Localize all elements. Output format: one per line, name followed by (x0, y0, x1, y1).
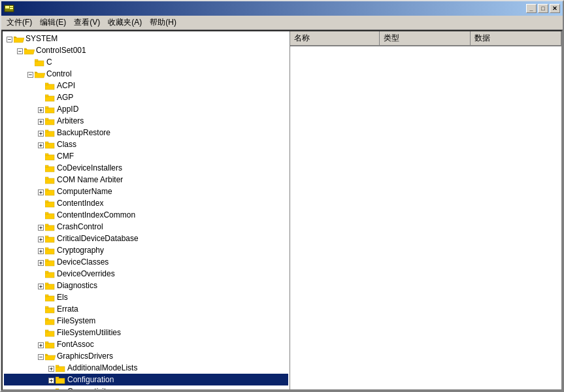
tree-label-els: Els (57, 293, 68, 302)
expander-arbiters[interactable]: + (38, 116, 44, 125)
tree-item-codeviceinstallers[interactable]: CoDeviceInstallers (4, 162, 288, 174)
expand-box-cryptography[interactable]: + (38, 248, 44, 254)
tree-item-arbiters[interactable]: + Arbiters (4, 115, 288, 127)
folder-icon-additionalmodelists (56, 364, 66, 372)
registry-values-table: 名称 类型 数据 (290, 31, 561, 46)
tree-label-filesystemutilities: FileSystemUtilities (57, 328, 121, 337)
expander-cryptography[interactable]: + (38, 246, 44, 255)
expand-box-control[interactable]: − (27, 72, 33, 78)
tree-label-class: Class (57, 140, 76, 149)
folder-icon-deviceoverrides (45, 270, 56, 278)
main-content: − SYSTEM− ControlSet001 C− Control ACPI … (1, 30, 563, 391)
tree-item-crashcontrol[interactable]: + CrashControl (4, 221, 288, 233)
svg-rect-53 (45, 318, 48, 320)
expander-backuprestore[interactable]: + (38, 128, 44, 137)
expand-box-appid[interactable]: + (38, 107, 44, 113)
tree-item-contentindex[interactable]: ContentIndex (4, 197, 288, 209)
expander-configuration[interactable]: + (48, 375, 54, 384)
tree-label-control: Control (46, 69, 72, 78)
expander-criticaldevicedatabase[interactable]: + (38, 234, 44, 243)
expand-box-crashcontrol[interactable]: + (38, 225, 44, 231)
tree-item-control[interactable]: − Control (4, 68, 288, 80)
tree-item-filesystemutilities[interactable]: FileSystemUtilities (4, 327, 288, 338)
tree-item-configuration[interactable]: + Configuration (4, 374, 288, 385)
menu-item-favorites[interactable]: 收藏夹(A) (104, 16, 146, 29)
tree-item-system[interactable]: − SYSTEM (4, 33, 288, 44)
registry-tree-pane[interactable]: − SYSTEM− ControlSet001 C− Control ACPI … (3, 31, 290, 389)
tree-item-appid[interactable]: + AppID (4, 103, 288, 115)
tree-item-criticaldevicedatabase[interactable]: + CriticalDeviceDatabase (4, 233, 288, 244)
menu-item-file[interactable]: 文件(F) (3, 16, 36, 29)
expander-crashcontrol[interactable]: + (38, 222, 44, 231)
expander-controlset001[interactable]: − (17, 46, 23, 55)
folder-icon-system (14, 35, 24, 43)
tree-item-additionalmodelists[interactable]: + AdditionalModeLists (4, 362, 288, 374)
menu-item-help[interactable]: 帮助(H) (146, 16, 180, 29)
expander-fontassoc[interactable]: + (38, 340, 44, 349)
tree-item-c[interactable]: C (4, 56, 288, 68)
expand-box-deviceclasses[interactable]: + (38, 260, 44, 266)
tree-label-cryptography: Cryptography (57, 246, 104, 255)
tree-item-computername[interactable]: + ComputerName (4, 186, 288, 197)
tree-item-backuprestore[interactable]: + BackupRestore (4, 127, 288, 139)
minimize-button[interactable]: _ (526, 4, 537, 13)
tree-label-graphicsdrivers: GraphicsDrivers (57, 351, 113, 361)
tree-item-filesystem[interactable]: FileSystem (4, 315, 288, 327)
close-button[interactable]: ✕ (550, 4, 560, 13)
expand-box-class[interactable]: + (38, 142, 44, 148)
svg-rect-59 (45, 355, 48, 355)
tree-item-comnamearbiter[interactable]: COM Name Arbiter (4, 174, 288, 186)
svg-rect-29 (45, 177, 48, 179)
tree-item-els[interactable]: Els (4, 291, 288, 303)
expand-box-arbiters[interactable]: + (38, 119, 44, 125)
folder-icon-criticaldevicedatabase (45, 235, 56, 243)
tree-item-controlset001[interactable]: − ControlSet001 (4, 44, 288, 56)
expand-box-configuration[interactable]: + (48, 378, 54, 384)
expand-box-criticaldevicedatabase[interactable]: + (38, 237, 44, 242)
expand-box-additionalmodelists[interactable]: + (48, 366, 54, 372)
svg-rect-2 (10, 6, 13, 7)
svg-rect-25 (45, 154, 48, 155)
tree-item-connectivity[interactable]: + Connectivity (4, 385, 288, 389)
tree-item-deviceoverrides[interactable]: DeviceOverrides (4, 268, 288, 280)
expander-system[interactable]: − (7, 34, 12, 43)
expander-connectivity[interactable]: + (48, 387, 54, 389)
expander-class[interactable]: + (38, 140, 44, 149)
expander-appid[interactable]: + (38, 105, 44, 114)
maximize-button[interactable]: □ (538, 4, 548, 13)
tree-item-class[interactable]: + Class (4, 139, 288, 150)
expander-computername[interactable]: + (38, 187, 44, 196)
svg-rect-35 (45, 212, 48, 214)
tree-item-contentindexcommon[interactable]: ContentIndexCommon (4, 209, 288, 221)
tree-item-agp[interactable]: AGP (4, 91, 288, 103)
tree-item-fontassoc[interactable]: + FontAssoc (4, 338, 288, 350)
tree-label-contentindex: ContentIndex (57, 199, 103, 208)
tree-item-cryptography[interactable]: + Cryptography (4, 244, 288, 256)
expander-additionalmodelists[interactable]: + (48, 363, 54, 372)
expand-box-graphicsdrivers[interactable]: − (38, 354, 44, 360)
expand-box-fontassoc[interactable]: + (38, 342, 44, 348)
menu-item-edit[interactable]: 编辑(E) (36, 16, 70, 29)
svg-rect-61 (56, 365, 59, 367)
expand-box-computername[interactable]: + (38, 189, 44, 195)
tree-item-diagnostics[interactable]: + Diagnostics (4, 280, 288, 291)
svg-rect-41 (45, 248, 48, 250)
tree-label-codeviceinstallers: CoDeviceInstallers (57, 163, 122, 172)
expand-box-diagnostics[interactable]: + (38, 284, 44, 289)
tree-item-cmf[interactable]: CMF (4, 150, 288, 162)
tree-item-graphicsdrivers[interactable]: − GraphicsDrivers (4, 350, 288, 362)
expand-box-system[interactable]: − (7, 37, 12, 42)
svg-rect-47 (45, 283, 48, 285)
expander-deviceclasses[interactable]: + (38, 257, 44, 267)
tree-item-acpi[interactable]: ACPI (4, 80, 288, 91)
menu-item-view[interactable]: 查看(V) (70, 16, 104, 29)
expander-control[interactable]: − (27, 69, 33, 78)
tree-item-errata[interactable]: Errata (4, 303, 288, 315)
expand-box-backuprestore[interactable]: + (38, 131, 44, 137)
expander-graphicsdrivers[interactable]: − (38, 351, 44, 361)
expander-diagnostics[interactable]: + (38, 281, 44, 290)
tree-item-deviceclasses[interactable]: + DeviceClasses (4, 256, 288, 268)
expand-box-controlset001[interactable]: − (17, 48, 23, 54)
menu-bar: 文件(F)编辑(E)查看(V)收藏夹(A)帮助(H) (1, 16, 563, 30)
folder-icon-arbiters (45, 117, 56, 125)
